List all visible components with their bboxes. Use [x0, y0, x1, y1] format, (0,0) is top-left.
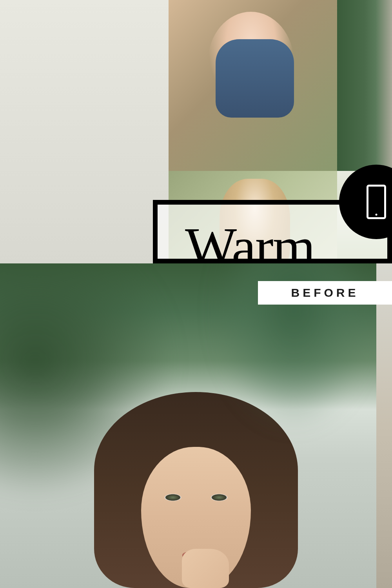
right-edge-strip	[376, 263, 392, 588]
before-comparison-photo	[0, 263, 392, 588]
before-label-text: BEFORE	[291, 286, 359, 299]
phone-icon	[367, 185, 386, 219]
preset-preview-collage: Warm BEFORE	[0, 0, 392, 588]
sample-photo-woman-flower	[337, 0, 392, 171]
preset-title: Warm	[185, 215, 315, 263]
before-label-tag: BEFORE	[258, 281, 392, 305]
sample-photo-edge-strip	[0, 0, 169, 263]
portrait-subject	[78, 392, 314, 588]
sample-photo-baby	[169, 0, 337, 171]
